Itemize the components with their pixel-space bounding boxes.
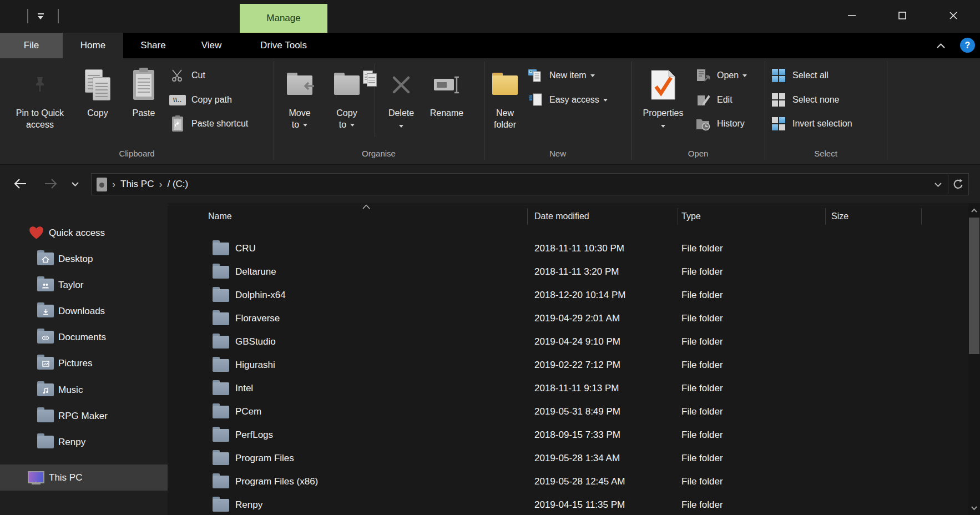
scroll-down-icon[interactable] <box>968 502 980 514</box>
rename-button[interactable]: Rename <box>425 63 469 146</box>
this-pc-icon <box>28 471 44 484</box>
breadcrumb-this-pc[interactable]: This PC <box>120 179 154 190</box>
folder-icon <box>213 243 229 255</box>
refresh-button[interactable] <box>948 174 968 195</box>
help-button[interactable]: ? <box>960 38 975 53</box>
minimize-icon <box>846 10 857 21</box>
main-area: Quick access Desktop Taylor Downloads <box>0 203 980 515</box>
invert-selection-button[interactable]: Invert selection <box>769 113 852 135</box>
column-header-date-modified[interactable]: Date modified <box>534 205 589 227</box>
history-button[interactable]: History <box>694 113 745 135</box>
column-header-type[interactable]: Type <box>681 205 701 227</box>
address-bar[interactable]: › This PC › / (C:) <box>91 173 969 195</box>
dropdown-caret <box>742 74 747 77</box>
column-resize-handle[interactable] <box>527 208 528 225</box>
tab-drive-tools[interactable]: Drive Tools <box>240 33 327 58</box>
paste-shortcut-button[interactable]: Paste shortcut <box>168 113 248 135</box>
recent-locations-button[interactable] <box>65 174 84 193</box>
rename-icon <box>433 63 460 107</box>
new-item-button[interactable]: New item <box>526 64 595 87</box>
edit-button[interactable]: Edit <box>694 89 733 111</box>
breadcrumb-drive-c[interactable]: / (C:) <box>167 179 188 190</box>
qat-dropdown-icon[interactable] <box>37 13 45 20</box>
open-button[interactable]: Open <box>694 64 747 87</box>
properties-button[interactable]: Properties <box>638 63 688 146</box>
table-row[interactable]: CRU 2018-11-11 10:30 PM File folder <box>168 237 968 260</box>
table-row[interactable]: Dolphin-x64 2018-12-20 10:14 PM File fol… <box>168 284 968 307</box>
copy-path-button[interactable]: Copy path <box>168 89 232 111</box>
address-dropdown-button[interactable] <box>928 174 948 195</box>
copy-button[interactable]: Copy <box>78 63 117 146</box>
file-name-cell: Renpy <box>235 493 262 515</box>
tab-home[interactable]: Home <box>63 33 123 58</box>
vertical-scrollbar[interactable] <box>968 203 980 515</box>
column-resize-handle[interactable] <box>825 208 826 225</box>
table-row[interactable]: PerfLogs 2018-09-15 7:33 PM File folder <box>168 423 968 447</box>
cut-button[interactable]: Cut <box>168 64 205 87</box>
scrollbar-thumb[interactable] <box>969 218 979 354</box>
file-name-cell: Floraverse <box>235 307 280 330</box>
new-folder-icon <box>492 63 518 107</box>
column-resize-handle[interactable] <box>921 208 922 225</box>
file-name-cell: Deltarune <box>235 260 276 284</box>
minimize-button[interactable] <box>839 3 865 28</box>
folder-icon <box>213 359 229 372</box>
column-header-name[interactable]: Name <box>208 205 232 227</box>
table-row[interactable]: Higurashi 2019-02-22 7:12 PM File folder <box>168 354 968 377</box>
select-none-button[interactable]: Select none <box>769 89 840 111</box>
delete-button[interactable]: Delete <box>383 63 420 146</box>
documents-folder-icon <box>37 331 54 344</box>
chevron-up-icon <box>936 43 946 49</box>
new-folder-button[interactable]: Newfolder <box>483 63 527 146</box>
close-button[interactable] <box>941 3 966 28</box>
date-modified-cell: 2019-05-28 1:34 AM <box>534 447 620 470</box>
table-row[interactable]: Renpy 2019-04-15 11:35 PM File folder <box>168 493 968 515</box>
copy-to-button[interactable]: Copyto <box>326 63 367 146</box>
dropdown-caret <box>661 125 665 128</box>
file-name-cell: Program Files (x86) <box>235 470 318 493</box>
folder-icon <box>213 406 229 418</box>
select-all-button[interactable]: Select all <box>769 64 829 87</box>
paste-button[interactable]: Paste <box>124 63 163 146</box>
forward-button[interactable] <box>41 174 60 193</box>
group-label-open: Open <box>632 148 765 160</box>
table-row[interactable]: Deltarune 2018-11-11 3:20 PM File folder <box>168 260 968 284</box>
pin-to-quick-access-button[interactable]: Pin to Quickaccess <box>6 63 74 146</box>
move-to-icon <box>287 63 312 107</box>
table-row[interactable]: Program Files 2019-05-28 1:34 AM File fo… <box>168 447 968 470</box>
collapse-ribbon-button[interactable] <box>934 41 947 51</box>
type-cell: File folder <box>681 423 723 447</box>
copy-path-icon <box>169 95 186 105</box>
file-name-cell: Program Files <box>235 447 294 470</box>
manage-label: Manage <box>266 13 300 24</box>
file-rows: CRU 2018-11-11 10:30 PM File folder Delt… <box>168 237 968 515</box>
back-button[interactable] <box>11 174 30 193</box>
tab-file[interactable]: File <box>0 33 63 58</box>
file-name-cell: Higurashi <box>235 354 275 377</box>
scroll-up-icon[interactable] <box>968 204 980 216</box>
table-row[interactable]: Intel 2018-11-11 9:13 PM File folder <box>168 377 968 400</box>
contextual-tab-manage[interactable]: Manage <box>240 4 327 33</box>
table-row[interactable]: PCem 2019-05-31 8:49 PM File folder <box>168 400 968 423</box>
sidebar-item-quick-access[interactable]: Quick access <box>0 220 195 246</box>
easy-access-button[interactable]: Easy access <box>526 89 608 111</box>
properties-icon <box>650 63 676 107</box>
type-cell: File folder <box>681 260 723 284</box>
dropdown-caret <box>303 124 307 127</box>
breadcrumb-chevron-icon: › <box>159 179 162 189</box>
date-modified-cell: 2019-04-24 9:10 PM <box>534 330 620 354</box>
move-to-button[interactable]: Moveto <box>279 63 320 146</box>
sidebar-item-this-pc[interactable]: This PC <box>0 464 195 491</box>
maximize-button[interactable] <box>890 3 915 28</box>
group-separator <box>632 62 632 160</box>
folder-icon <box>213 312 229 325</box>
paste-icon <box>133 63 154 107</box>
tab-view[interactable]: View <box>183 33 240 58</box>
table-row[interactable]: Program Files (x86) 2019-05-28 12:45 AM … <box>168 470 968 493</box>
column-header-size[interactable]: Size <box>831 205 848 227</box>
tab-share[interactable]: Share <box>123 33 183 58</box>
column-resize-handle[interactable] <box>678 208 678 225</box>
table-row[interactable]: Floraverse 2019-04-29 2:01 AM File folde… <box>168 307 968 330</box>
type-cell: File folder <box>681 307 723 330</box>
table-row[interactable]: GBStudio 2019-04-24 9:10 PM File folder <box>168 330 968 354</box>
